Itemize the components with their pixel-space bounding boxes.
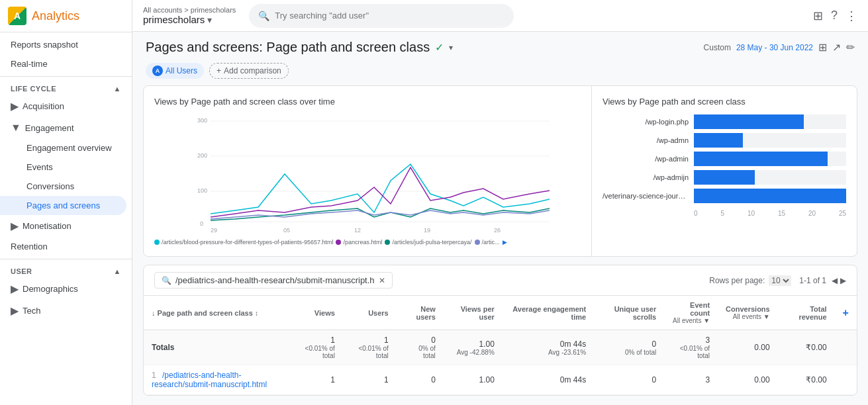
prev-page-icon[interactable]: ◀ (832, 276, 838, 285)
row-revenue: ₹0.00 (778, 365, 835, 395)
chevron-down-icon: ▼ (11, 122, 21, 134)
global-search[interactable]: 🔍 (249, 4, 514, 28)
topbar-actions: ⊞ ? ⋮ (813, 9, 857, 23)
sidebar-item-real-time[interactable]: Real-time (0, 54, 126, 73)
page-actions: ⊞ ↗ ✏ (818, 41, 855, 54)
svg-text:19: 19 (424, 227, 430, 234)
check-icon: ✓ (435, 41, 444, 54)
sidebar-item-demographics[interactable]: ▶ Demographics (0, 278, 126, 300)
col-header-avg-engagement: Average engagement time (503, 296, 594, 330)
compare-icon[interactable]: ⊞ (818, 41, 827, 54)
table-area: 🔍 ✕ Rows per page: 10 25 50 1-1 of 1 ◀ ▶ (143, 265, 857, 396)
chevron-right-icon-2: ▶ (11, 283, 19, 295)
bar-x-axis: 0 5 10 15 20 25 (694, 210, 846, 217)
bar-row-2: /wp-admin (603, 152, 846, 166)
bar-fill-0 (694, 114, 804, 129)
clear-search-icon[interactable]: ✕ (379, 276, 385, 285)
account-dropdown-icon[interactable]: ▾ (207, 15, 212, 25)
sidebar-label: Tech (23, 306, 40, 316)
col-header-add[interactable]: + (835, 296, 857, 330)
next-page-icon[interactable]: ▶ (840, 276, 846, 285)
more-icon[interactable]: ⋮ (845, 9, 857, 23)
sidebar-item-engagement-overview[interactable]: Engagement overview (0, 138, 126, 158)
bar-track-3 (694, 170, 846, 185)
sort-arrow-icon: ↕ (255, 310, 258, 317)
totals-eng-sub: Avg -23.61% (510, 349, 586, 356)
sidebar-item-monetisation[interactable]: ▶ Monetisation (0, 215, 126, 237)
svg-text:200: 200 (197, 152, 207, 159)
table-search[interactable]: 🔍 ✕ (154, 272, 393, 289)
row-vpu: 1.00 (444, 365, 503, 395)
totals-avg-engagement: 0m 44s Avg -23.61% (503, 330, 594, 365)
account-path: All accounts > primescholars (143, 6, 236, 14)
x-tick-1: 5 (720, 210, 724, 217)
page-title-row: Pages and screens: Page path and screen … (146, 40, 453, 55)
share-icon[interactable]: ↗ (832, 41, 841, 54)
chevron-up-icon-2: ▲ (114, 267, 121, 275)
topbar: All accounts > primescholars primeschola… (132, 0, 868, 32)
apps-icon[interactable]: ⊞ (813, 9, 823, 23)
bar-track-4 (694, 189, 846, 203)
add-comparison-button[interactable]: + Add comparison (209, 63, 289, 79)
row-conversions: 0.00 (718, 365, 778, 395)
sidebar-nav: Reports snapshot Real-time Life cycle ▲ … (0, 32, 132, 324)
totals-conversions: 0.00 (718, 330, 778, 365)
legend-dot-3 (475, 240, 480, 245)
legend-label-1: /pancreas.html (343, 239, 382, 246)
help-icon[interactable]: ? (831, 9, 838, 22)
sidebar-label: Conversions (26, 181, 74, 191)
sidebar-item-engagement[interactable]: ▼ Engagement (0, 117, 126, 138)
title-dropdown-icon[interactable]: ▾ (449, 43, 453, 52)
event-count-sub[interactable]: All events ▼ (672, 317, 710, 324)
rows-per-page-select[interactable]: 10 25 50 (769, 275, 791, 286)
segment-chip[interactable]: A All Users (146, 63, 204, 79)
totals-row: Totals 1 <0.01% of total 1 <0.01% of tot… (144, 330, 857, 365)
col-header-page[interactable]: ↓ Page path and screen class ↕ (144, 296, 289, 330)
user-label: User (11, 267, 32, 275)
date-range[interactable]: 28 May - 30 Jun 2022 (736, 43, 813, 52)
col-header-users: Users (343, 296, 397, 330)
svg-text:100: 100 (197, 187, 207, 194)
sidebar-item-events[interactable]: Events (0, 158, 126, 177)
sidebar-item-reports-snapshot[interactable]: Reports snapshot (0, 35, 126, 54)
settings-icon[interactable]: ✏ (846, 41, 855, 54)
totals-label: Totals (144, 330, 289, 365)
svg-text:29: 29 (211, 227, 217, 234)
legend-label-3: /artic... (482, 239, 500, 246)
line-chart-title: Views by Page path and screen class over… (154, 97, 581, 107)
col-header-unique-scrolls: Unique user scrolls (594, 296, 664, 330)
legend-more[interactable]: ▶ (503, 239, 507, 246)
legend-dot-0 (154, 240, 160, 245)
legend-label-2: /articles/judi-pulsa-terpercaya/ (392, 239, 471, 246)
segment-icon: A (152, 66, 163, 76)
legend-item-3: /artic... (475, 239, 500, 246)
conversions-sub[interactable]: All events ▼ (726, 313, 770, 320)
sidebar-item-conversions[interactable]: Conversions (0, 177, 126, 196)
search-input[interactable] (275, 11, 505, 21)
sidebar-item-tech[interactable]: ▶ Tech (0, 300, 126, 322)
bar-label-3: /wp-admijn (603, 173, 689, 181)
table-search-input[interactable] (175, 275, 375, 285)
sidebar-item-retention[interactable]: Retention (0, 237, 126, 256)
page-title: Pages and screens: Page path and screen … (146, 40, 430, 55)
sidebar-item-acquisition[interactable]: ▶ Acquisition (0, 95, 126, 117)
bar-fill-4 (694, 189, 846, 203)
sidebar-label: Acquisition (23, 101, 64, 111)
add-column-button[interactable]: + (843, 307, 849, 318)
bar-fill-1 (694, 133, 743, 148)
account-info: All accounts > primescholars primeschola… (143, 6, 236, 25)
table-toolbar: 🔍 ✕ Rows per page: 10 25 50 1-1 of 1 ◀ ▶ (144, 265, 857, 296)
table-pagination-controls: Rows per page: 10 25 50 1-1 of 1 ◀ ▶ (709, 275, 846, 286)
chevron-up-icon: ▲ (114, 85, 121, 93)
main-content: All accounts > primescholars primeschola… (132, 0, 868, 405)
svg-text:12: 12 (354, 227, 361, 234)
sidebar-label: Engagement (25, 123, 74, 133)
line-chart: 300 200 100 0 (154, 114, 581, 234)
sidebar-item-pages-and-screens[interactable]: Pages and screens (0, 196, 126, 215)
sidebar-section-user: User ▲ (0, 262, 132, 278)
sidebar-label: Real-time (11, 59, 48, 69)
totals-extra (835, 330, 857, 365)
totals-scrolls-sub: 0% of total (602, 349, 656, 356)
account-name[interactable]: primescholars ▾ (143, 14, 236, 25)
row-page-link[interactable]: /pediatrics-and-health-research/submit-m… (152, 371, 267, 389)
